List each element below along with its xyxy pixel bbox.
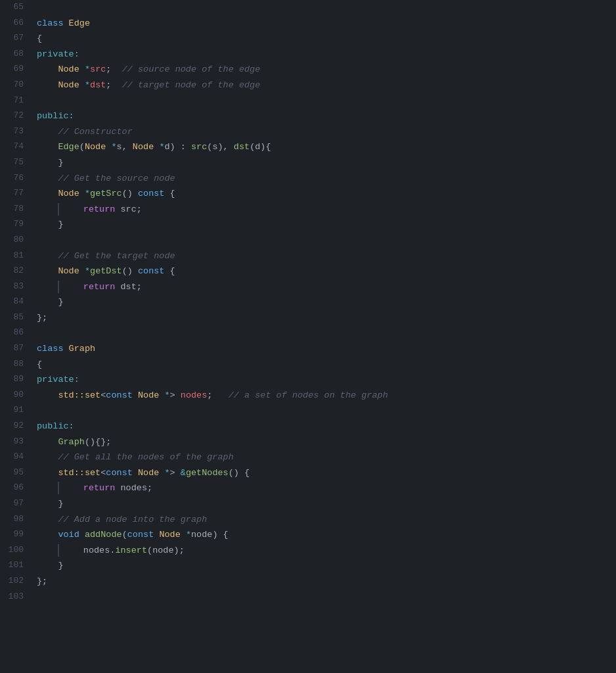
line-content: Edge(Node *s, Node *d) : src(s), dst(d){ (34, 140, 616, 154)
line-number: 78 (0, 202, 34, 216)
token-kw-std: std::set (58, 468, 100, 478)
token-kw-const: const (127, 530, 154, 540)
code-line: 93 Graph(){}; (0, 434, 616, 450)
line-number: 100 (0, 544, 34, 557)
token-kw-private: private: (37, 49, 79, 59)
token-plain (62, 204, 83, 214)
token-op: * (164, 468, 169, 478)
token-plain (37, 174, 58, 183)
token-kw-class: class (37, 344, 69, 354)
token-plain: } (37, 499, 64, 509)
code-line: 70 Node *dst; // target node of the edge (0, 78, 616, 93)
line-number: 94 (0, 450, 34, 464)
token-kw-public: public: (37, 421, 74, 431)
token-plain (37, 282, 58, 292)
code-line: 90 std::set<const Node *> nodes; // a se… (0, 388, 616, 404)
code-line: 71 (0, 93, 616, 109)
token-plain: } (37, 297, 64, 307)
token-kw-return: return (83, 483, 116, 493)
token-comment: // source node of the edge (122, 64, 261, 74)
token-plain: > (170, 390, 181, 400)
line-number: 81 (0, 249, 34, 263)
token-punct: { (37, 34, 42, 43)
token-plain: { (164, 189, 175, 198)
line-content: class Edge (34, 16, 616, 31)
token-plain: (node); (147, 545, 185, 555)
token-kw-const: const (138, 266, 165, 276)
token-plain: { (164, 266, 175, 276)
token-op: * (85, 80, 90, 90)
token-plain (62, 483, 83, 493)
code-line: 80 (0, 233, 616, 248)
line-content: // Get all the nodes of the graph (34, 450, 616, 465)
token-plain: }; (37, 313, 47, 323)
token-plain: () { (229, 468, 250, 478)
token-plain (37, 127, 58, 137)
line-content: Node *dst; // target node of the edge (34, 78, 616, 93)
token-comment: // Constructor (58, 127, 132, 137)
line-number: 99 (0, 528, 34, 542)
token-kw-node: Node (58, 64, 85, 74)
token-plain (37, 452, 58, 462)
code-line: 78 return src; (0, 202, 616, 218)
token-fn-name: insert (115, 545, 147, 555)
token-op: * (85, 64, 90, 74)
line-content: Node *src; // source node of the edge (34, 62, 616, 77)
token-op: * (111, 142, 116, 152)
line-number: 93 (0, 435, 34, 449)
token-plain: () (122, 266, 138, 276)
token-plain: nodes; (115, 483, 152, 493)
token-kw-node: Node (58, 80, 85, 90)
token-kw-return: return (83, 282, 116, 292)
token-comment: // Get the source node (58, 174, 175, 183)
code-line: 67{ (0, 31, 616, 47)
code-indent-bar (58, 281, 59, 293)
line-number: 65 (0, 1, 34, 14)
code-indent-bar (58, 203, 59, 216)
line-content (34, 404, 616, 418)
code-line: 81 // Get the target node (0, 248, 616, 264)
token-plain (37, 437, 58, 447)
token-plain (37, 515, 58, 524)
line-number: 71 (0, 94, 34, 108)
line-number: 103 (0, 590, 34, 604)
line-number: 74 (0, 140, 34, 154)
code-line: 88{ (0, 357, 616, 373)
token-op: * (164, 390, 169, 400)
token-comment: // a set of nodes on the graph (229, 390, 388, 400)
line-number: 86 (0, 326, 34, 340)
line-content: }; (34, 574, 616, 589)
line-content: // Add a node into the graph (34, 513, 616, 527)
code-line: 84 } (0, 294, 616, 310)
line-content: Node *getSrc() const { (34, 187, 616, 201)
code-line: 95 std::set<const Node *> &getNodes() { (0, 465, 616, 481)
token-kw-node: Node (138, 390, 159, 400)
token-plain: s, (117, 142, 133, 152)
token-fn-name: addNode (85, 530, 122, 540)
token-fn-name: src (191, 142, 207, 152)
code-line: 89private: (0, 372, 616, 388)
code-line: 100 nodes.insert(node); (0, 543, 616, 559)
code-line: 74 Edge(Node *s, Node *d) : src(s), dst(… (0, 139, 616, 155)
line-content: } (34, 156, 616, 170)
token-comment: // Get all the nodes of the graph (58, 452, 233, 462)
line-number: 97 (0, 497, 34, 511)
line-content: } (34, 218, 616, 232)
token-plain: } (37, 220, 64, 229)
code-line: 91 (0, 403, 616, 419)
token-kw-const: const (106, 468, 133, 478)
token-comment: // Add a node into the graph (58, 515, 207, 524)
line-number: 89 (0, 373, 34, 386)
token-plain: (s), (207, 142, 234, 152)
line-number: 66 (0, 16, 34, 30)
line-content: { (34, 358, 616, 372)
code-line: 87class Graph (0, 341, 616, 357)
token-class-name: Graph (69, 344, 96, 354)
line-number: 75 (0, 156, 34, 170)
line-content: class Graph (34, 342, 616, 356)
token-plain (133, 390, 138, 400)
token-var-name: src (90, 64, 106, 74)
token-plain (133, 468, 138, 478)
line-content: return src; (34, 202, 616, 217)
token-punct: { (37, 360, 42, 369)
